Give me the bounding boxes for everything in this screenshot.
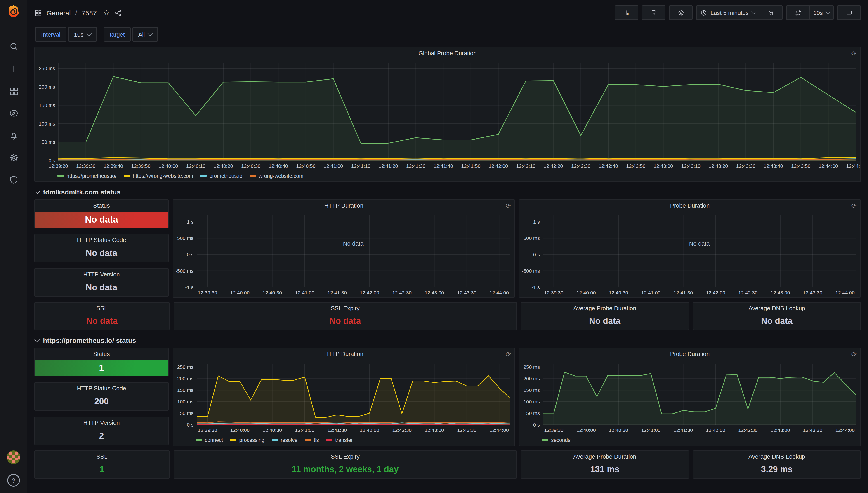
grafana-logo[interactable] <box>5 4 22 20</box>
chart-legend: https://prometheus.io/https://wrong-webs… <box>35 171 860 181</box>
legend-label: transfer <box>335 437 353 443</box>
search-icon[interactable] <box>8 42 19 51</box>
explore-compass-icon[interactable] <box>8 108 19 118</box>
svg-text:200 ms: 200 ms <box>39 84 55 90</box>
panel-http-version: HTTP Version No data <box>35 268 169 297</box>
legend-item[interactable]: transfer <box>326 437 353 443</box>
panel-title[interactable]: Average Probe Duration <box>521 451 688 463</box>
svg-text:12:39:40: 12:39:40 <box>104 163 123 169</box>
svg-text:0 s: 0 s <box>533 422 540 428</box>
legend-item[interactable]: tls <box>305 437 319 443</box>
refresh-interval-label: 10s <box>813 9 823 16</box>
panel-title[interactable]: HTTP Status Code <box>35 234 168 246</box>
section-header-fdmlksdmlfk[interactable]: fdmlksdmlfk.com status <box>35 188 861 196</box>
svg-text:12:43:50: 12:43:50 <box>791 163 810 169</box>
plus-icon[interactable] <box>8 64 19 74</box>
dashboard-variables: Interval 10s target All <box>35 27 861 42</box>
time-range-picker[interactable]: Last 5 minutes <box>696 5 759 20</box>
panel-title[interactable]: Probe Duration <box>519 200 860 212</box>
svg-text:100 ms: 100 ms <box>177 399 194 405</box>
svg-text:12:40:30: 12:40:30 <box>241 163 261 169</box>
alerting-bell-icon[interactable] <box>8 130 19 140</box>
svg-text:0 s: 0 s <box>187 252 194 257</box>
svg-text:No data: No data <box>689 240 710 247</box>
http-duration-chart[interactable]: 1 s500 ms0 s-500 ms-1 s12:39:3012:40:001… <box>173 212 514 297</box>
server-admin-shield-icon[interactable] <box>8 175 19 185</box>
target-variable-select[interactable]: All <box>132 27 158 42</box>
global-probe-duration-chart[interactable]: 0 s50 ms100 ms150 ms200 ms250 ms12:39:20… <box>35 59 860 171</box>
legend-swatch <box>58 175 64 177</box>
panel-title[interactable]: SSL Expiry <box>174 303 516 314</box>
refresh-interval-picker[interactable]: 10s <box>810 5 833 20</box>
legend-item[interactable]: https://prometheus.io/ <box>58 173 116 179</box>
panel-title[interactable]: SSL <box>35 303 169 314</box>
add-panel-button[interactable] <box>615 5 639 20</box>
configuration-gear-icon[interactable] <box>8 152 19 163</box>
svg-text:12:40:00: 12:40:00 <box>230 427 249 433</box>
svg-text:250 ms: 250 ms <box>524 364 540 370</box>
user-avatar[interactable] <box>7 450 20 464</box>
panel-http-duration: HTTP Duration ⟳ 1 s500 ms0 s-500 ms-1 s1… <box>173 199 515 298</box>
sidebar-menu <box>8 42 19 450</box>
panel-refresh-icon[interactable]: ⟳ <box>506 350 511 358</box>
average-dns-lookup-value: 3.29 ms <box>693 463 860 478</box>
share-icon[interactable] <box>114 9 122 17</box>
probe-duration-chart[interactable]: 1 s500 ms0 s-500 ms-1 s12:39:3012:40:001… <box>519 212 860 297</box>
panel-http-status-code: HTTP Status Code No data <box>35 234 169 262</box>
breadcrumb-dashboard[interactable]: 7587 <box>82 9 97 17</box>
legend-label: connect <box>205 437 223 443</box>
svg-text:12:40:20: 12:40:20 <box>214 163 233 169</box>
svg-text:12:41:30: 12:41:30 <box>406 163 426 169</box>
panel-refresh-icon[interactable]: ⟳ <box>851 50 857 57</box>
panel-title[interactable]: Status <box>35 348 168 360</box>
panel-title[interactable]: HTTP Duration <box>173 348 514 360</box>
interval-variable-select[interactable]: 10s <box>68 27 96 42</box>
panel-title[interactable]: Average DNS Lookup <box>693 303 860 314</box>
panel-title[interactable]: HTTP Duration <box>173 200 514 212</box>
legend-item[interactable]: seconds <box>542 437 571 443</box>
ssl-expiry-value: No data <box>174 314 516 330</box>
svg-text:12:41:00: 12:41:00 <box>295 290 314 296</box>
panel-title[interactable]: HTTP Status Code <box>35 383 168 394</box>
panel-refresh-icon[interactable]: ⟳ <box>851 350 857 358</box>
status-value: No data <box>35 212 168 228</box>
panel-title[interactable]: Status <box>35 200 168 212</box>
panel-average-dns-lookup: Average DNS Lookup 3.29 ms <box>693 450 861 478</box>
zoom-out-button[interactable] <box>759 5 783 20</box>
save-dashboard-button[interactable] <box>642 5 666 20</box>
legend-item[interactable]: prometheus.io <box>200 173 242 179</box>
panel-title[interactable]: Average DNS Lookup <box>693 451 860 463</box>
chevron-down-icon <box>751 9 756 15</box>
panel-title[interactable]: SSL Expiry <box>174 451 516 463</box>
svg-text:12:42:30: 12:42:30 <box>571 163 591 169</box>
panel-title[interactable]: HTTP Version <box>35 269 168 280</box>
legend-item[interactable]: resolve <box>272 437 297 443</box>
refresh-button[interactable] <box>786 5 810 20</box>
navbar: General / 7587 ☆ Last <box>35 0 861 25</box>
help-icon[interactable]: ? <box>7 474 20 487</box>
probe-duration-chart[interactable]: 0 s50 ms100 ms150 ms200 ms250 ms12:39:30… <box>519 360 860 435</box>
section-header-prometheus[interactable]: https://prometheus.io/ status <box>35 337 861 344</box>
panel-refresh-icon[interactable]: ⟳ <box>506 202 511 209</box>
legend-item[interactable]: wrong-website.com <box>249 173 303 179</box>
http-duration-chart[interactable]: 0 s50 ms100 ms150 ms200 ms250 ms12:39:30… <box>173 360 514 435</box>
svg-text:12:41:30: 12:41:30 <box>327 427 347 433</box>
legend-item[interactable]: processing <box>230 437 265 443</box>
legend-item[interactable]: connect <box>196 437 223 443</box>
panel-title[interactable]: Global Probe Duration <box>35 47 860 59</box>
dashboard-settings-button[interactable] <box>669 5 693 20</box>
star-icon[interactable]: ☆ <box>103 8 110 17</box>
legend-item[interactable]: https://wrong-website.com <box>124 173 193 179</box>
breadcrumb-folder[interactable]: General <box>47 9 71 17</box>
panel-refresh-icon[interactable]: ⟳ <box>851 202 857 209</box>
panel-title[interactable]: Average Probe Duration <box>521 303 688 314</box>
cycle-view-mode-button[interactable] <box>837 5 861 20</box>
panel-title[interactable]: SSL <box>35 451 169 463</box>
panel-title[interactable]: Probe Duration <box>519 348 860 360</box>
svg-text:12:41:50: 12:41:50 <box>461 163 481 169</box>
panel-title[interactable]: HTTP Version <box>35 417 168 429</box>
svg-text:12:44:00: 12:44:00 <box>489 290 509 296</box>
svg-text:12:41:30: 12:41:30 <box>674 427 693 433</box>
dashboards-grid-icon[interactable] <box>8 86 19 96</box>
svg-text:12:40:00: 12:40:00 <box>576 427 596 433</box>
